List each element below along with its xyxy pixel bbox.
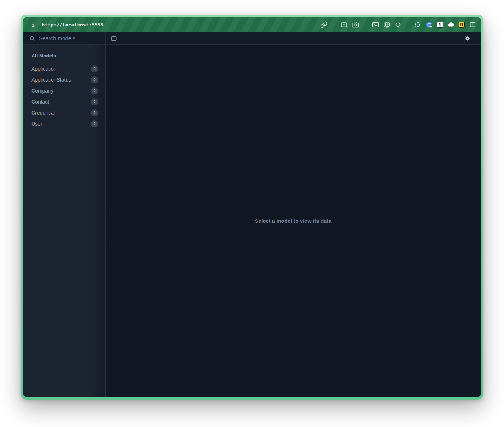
- settings-gear-icon[interactable]: [463, 35, 471, 42]
- models-sidebar: All Models Application 0 ApplicationStat…: [23, 45, 106, 397]
- globe-icon[interactable]: [383, 21, 390, 29]
- crosshair-icon[interactable]: [394, 21, 402, 29]
- data-view-panel: Select a model to view its data: [106, 45, 481, 397]
- raindrop-icon[interactable]: R: [459, 22, 465, 28]
- header-toolbar: [122, 32, 481, 44]
- split-panes-icon[interactable]: [469, 21, 476, 29]
- screenshot-icon[interactable]: [340, 21, 347, 29]
- cloud-icon[interactable]: [447, 21, 455, 29]
- sidebar-item-company[interactable]: Company 0: [31, 85, 98, 96]
- count-badge: 0: [91, 98, 98, 105]
- sidebar-section-title: All Models: [31, 53, 98, 59]
- info-icon: i: [31, 22, 34, 28]
- titlebar-icon-strip: N R: [320, 21, 476, 29]
- sidebar-item-contact[interactable]: Contact 0: [31, 96, 98, 107]
- terminal-icon[interactable]: [372, 21, 379, 29]
- count-badge: 0: [91, 87, 98, 94]
- model-label: Application: [31, 66, 57, 72]
- link-icon[interactable]: [320, 21, 327, 29]
- titlebar: i http://localhost:5555: [23, 17, 481, 32]
- model-label: User: [31, 121, 42, 127]
- model-label: ApplicationStatus: [31, 77, 71, 83]
- url-text[interactable]: http://localhost:5555: [42, 22, 104, 27]
- sidebar-item-applicationstatus[interactable]: ApplicationStatus 0: [31, 74, 98, 85]
- notion-icon[interactable]: N: [437, 22, 443, 28]
- puzzle-extensions-icon[interactable]: [414, 21, 422, 29]
- sidebar-toggle-button[interactable]: [106, 32, 122, 44]
- sidebar-item-application[interactable]: Application 0: [31, 63, 98, 74]
- titlebar-separator: [408, 21, 408, 28]
- sidebar-item-user[interactable]: User 0: [31, 118, 98, 129]
- sidebar-item-credential[interactable]: Credential 0: [31, 107, 98, 118]
- empty-state-message: Select a model to view its data: [255, 218, 332, 224]
- camera-icon[interactable]: [351, 21, 359, 29]
- search-icon: [29, 35, 35, 41]
- search-input[interactable]: [39, 35, 102, 41]
- browser-window: i http://localhost:5555: [21, 15, 483, 400]
- app-body: All Models Application 0 ApplicationStat…: [23, 45, 481, 397]
- onepassword-icon[interactable]: [426, 21, 433, 29]
- count-badge: 0: [91, 76, 98, 83]
- model-search[interactable]: [23, 32, 106, 44]
- model-label: Company: [31, 88, 53, 94]
- window-content: i http://localhost:5555: [23, 17, 481, 397]
- titlebar-separator: [365, 21, 365, 28]
- titlebar-separator: [334, 21, 334, 28]
- app-header: [23, 32, 481, 45]
- count-badge: 0: [91, 109, 98, 116]
- count-badge: 0: [91, 120, 98, 127]
- count-badge: 0: [91, 65, 98, 72]
- model-label: Credential: [31, 110, 55, 116]
- model-label: Contact: [31, 99, 49, 105]
